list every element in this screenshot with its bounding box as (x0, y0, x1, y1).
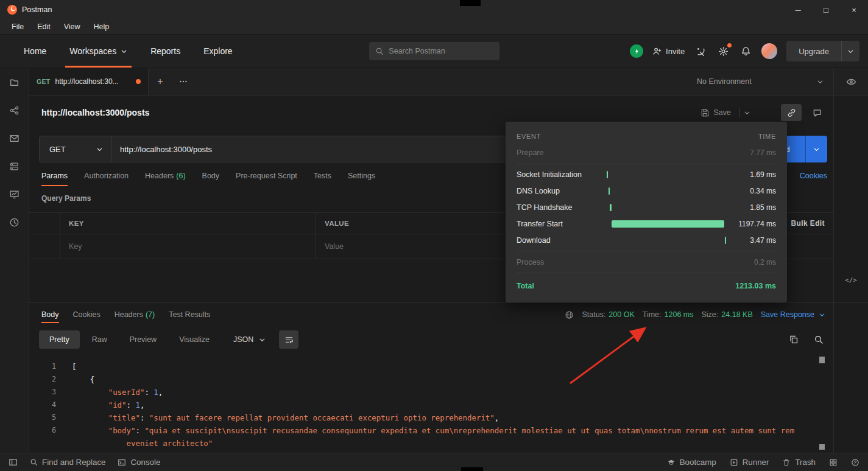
response-tab-test-results[interactable]: Test Results (169, 303, 210, 326)
method-selector[interactable]: GET (40, 136, 111, 162)
sidebar-apis-button[interactable] (0, 96, 29, 124)
tab-tests[interactable]: Tests (314, 162, 331, 189)
sync-status-icon[interactable] (630, 44, 643, 58)
code-line: 4 "id": 1, (29, 399, 833, 411)
upgrade-caret[interactable] (841, 41, 859, 61)
upgrade-button[interactable]: Upgrade (786, 41, 859, 61)
response-meta: Status: 200 OK Time: 1206 ms Size: 24.18… (565, 310, 825, 319)
save-button[interactable]: Save (697, 108, 735, 117)
copy-response-button[interactable] (787, 333, 800, 346)
sidebar-mock-servers-button[interactable] (0, 152, 29, 180)
tab-pre-request-script[interactable]: Pre-request Script (236, 162, 297, 189)
console-button[interactable]: Console (118, 458, 160, 467)
response-tab-body[interactable]: Body (41, 303, 59, 326)
runner-button[interactable]: Runner (730, 458, 769, 467)
save-options-caret[interactable] (739, 108, 754, 117)
timing-row-download: Download 3.47 ms (517, 232, 776, 248)
global-search[interactable] (369, 42, 499, 60)
screen-artifact (461, 467, 483, 471)
help-button[interactable] (851, 458, 859, 467)
chevron-down-icon (259, 337, 266, 343)
vertical-scrollbar-thumb[interactable] (819, 357, 825, 363)
menu-edit[interactable]: Edit (30, 23, 57, 31)
format-selector[interactable]: JSON (226, 330, 273, 349)
code-line: eveniet architecto" (29, 437, 833, 450)
trash-button[interactable]: Trash (782, 458, 816, 467)
satellite-icon (696, 46, 706, 57)
sidebar-history-button[interactable] (0, 208, 29, 236)
tab-params[interactable]: Params (41, 162, 68, 189)
view-tab-raw[interactable]: Raw (82, 330, 118, 349)
terminal-icon (118, 458, 126, 467)
chevron-down-icon (96, 146, 103, 153)
tab-body[interactable]: Body (202, 162, 220, 189)
cookies-link[interactable]: Cookies (800, 172, 827, 180)
view-tab-preview[interactable]: Preview (119, 330, 167, 349)
search-input[interactable] (389, 47, 493, 55)
view-tab-visualize[interactable]: Visualize (169, 330, 220, 349)
send-options-caret[interactable] (805, 136, 827, 162)
menu-view[interactable]: View (57, 23, 87, 31)
timing-row-transfer-start: Transfer Start 1197.74 ms (517, 215, 776, 232)
line-number: 6 (29, 424, 56, 437)
line-number: 3 (29, 386, 56, 399)
two-pane-view-button[interactable] (829, 458, 838, 467)
divider (517, 273, 776, 273)
sidebar-monitors-button[interactable] (0, 180, 29, 208)
view-tab-pretty[interactable]: Pretty (39, 330, 80, 349)
close-button[interactable]: × (840, 0, 868, 19)
user-avatar[interactable] (761, 43, 777, 59)
bulk-edit-button[interactable]: Bulk Edit (791, 219, 825, 228)
more-tabs-button[interactable] (172, 68, 195, 95)
search-response-button[interactable] (812, 333, 825, 346)
panel-icon (9, 458, 18, 467)
menu-help[interactable]: Help (87, 23, 116, 31)
bootcamp-button[interactable]: Bootcamp (667, 458, 716, 467)
wrap-lines-button[interactable] (279, 330, 298, 349)
chevron-down-icon (819, 312, 825, 318)
divider (517, 251, 776, 251)
new-tab-button[interactable]: + (149, 68, 172, 95)
request-tab[interactable]: GET http://localhost:30... (29, 68, 149, 95)
share-link-button[interactable] (781, 104, 802, 121)
tab-headers[interactable]: Headers(6) (145, 162, 186, 189)
find-and-replace-button[interactable]: Find and Replace (30, 458, 105, 467)
tab-settings[interactable]: Settings (348, 162, 375, 189)
sidebar-toggle-button[interactable] (9, 458, 18, 467)
params-select-column (29, 213, 60, 234)
menu-file[interactable]: File (5, 23, 30, 31)
sidebar-collections-button[interactable] (0, 68, 29, 96)
tab-authorization[interactable]: Authorization (84, 162, 129, 189)
environment-quick-look-button[interactable] (833, 68, 868, 95)
timing-bar (607, 171, 608, 178)
notifications-button[interactable] (739, 44, 752, 58)
horizontal-scrollbar-thumb[interactable] (819, 444, 825, 450)
collections-icon (9, 77, 19, 88)
response-tab-cookies[interactable]: Cookies (73, 303, 101, 326)
save-response-button[interactable]: Save Response (761, 310, 825, 319)
nav-home[interactable]: Home (12, 35, 58, 68)
response-size[interactable]: Size: 24.18 KB (702, 310, 753, 319)
comments-button[interactable] (806, 104, 827, 121)
nav-explore[interactable]: Explore (192, 35, 244, 68)
code-icon: </> (845, 276, 857, 284)
code-snippet-button[interactable]: </> (845, 106, 857, 453)
response-time[interactable]: Time: 1206 ms (643, 310, 694, 319)
minimize-button[interactable]: ─ (784, 0, 812, 19)
eye-icon (846, 77, 856, 87)
top-nav: Home Workspaces Reports Explore Invite (0, 35, 868, 68)
nav-reports[interactable]: Reports (139, 35, 192, 68)
search-icon (375, 47, 384, 55)
divider (517, 164, 776, 164)
invite-button[interactable]: Invite (652, 47, 685, 56)
timing-bar (725, 237, 727, 244)
request-title: http://localhost:3000/posts (41, 108, 149, 117)
param-key-input[interactable] (69, 242, 307, 251)
sidebar-environments-button[interactable] (0, 124, 29, 152)
settings-button[interactable] (716, 44, 730, 58)
response-tab-headers[interactable]: Headers(7) (115, 303, 155, 326)
nav-workspaces[interactable]: Workspaces (58, 35, 139, 68)
capture-requests-button[interactable] (694, 44, 707, 58)
environment-selector[interactable]: No Environment (687, 68, 833, 95)
maximize-button[interactable]: □ (812, 0, 840, 19)
